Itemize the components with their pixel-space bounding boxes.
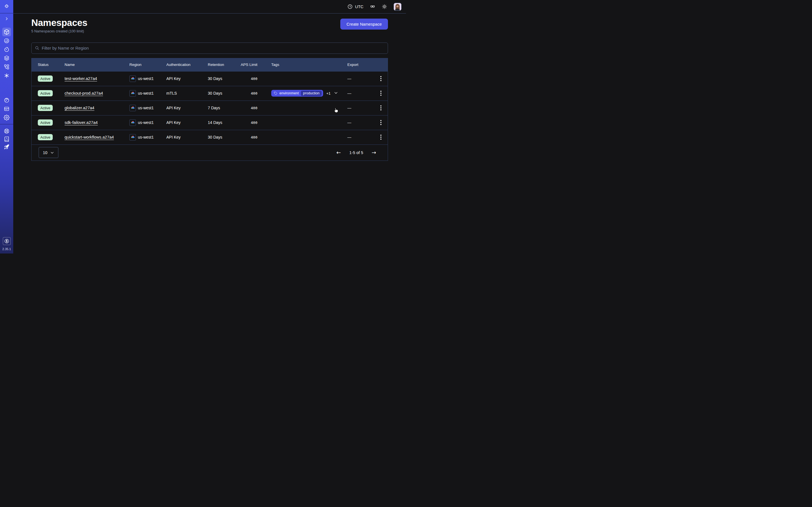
temporal-logo-icon [2, 3, 11, 11]
aps-limit-cell: 400 [240, 121, 257, 125]
nav-settings[interactable] [2, 113, 11, 122]
region-cell: us-west1 [130, 105, 166, 111]
region-cell: us-west1 [130, 90, 166, 97]
name-cell: globalizer.a27a4 [64, 106, 130, 110]
next-page-button[interactable]: → [370, 149, 377, 156]
sun-icon [382, 4, 387, 9]
tag-key: environment [280, 91, 299, 95]
name-cell: test-worker.a27a4 [64, 76, 130, 81]
name-cell: checkout-prod.a27a4 [64, 91, 130, 96]
namespace-link[interactable]: checkout-prod.a27a4 [64, 91, 103, 96]
workflow-branch-icon [4, 64, 10, 70]
previous-page-button[interactable]: ← [335, 149, 342, 156]
create-namespace-button[interactable]: Create Namespace [340, 18, 388, 30]
gcp-cloud-icon [130, 75, 136, 82]
retention-cell: 30 Days [208, 135, 240, 139]
glasses-icon [370, 4, 375, 9]
theme-toggle[interactable] [382, 4, 387, 9]
nav-nexus[interactable] [2, 71, 11, 80]
row-actions-menu-button[interactable] [378, 133, 383, 142]
namespace-link[interactable]: globalizer.a27a4 [64, 106, 94, 110]
main-content: Namespaces 5 Namespaces created (100 lim… [31, 17, 388, 161]
auth-cell: API Key [166, 76, 208, 81]
timer-icon [4, 47, 10, 52]
tag-icon [274, 92, 277, 95]
table-footer: 10 ← 1-5 of 5 → [32, 145, 388, 161]
nav-namespaces[interactable] [2, 27, 11, 36]
accessibility-button[interactable] [370, 4, 375, 9]
timezone-label: UTC [355, 4, 363, 9]
nav-getting-started[interactable] [3, 143, 11, 151]
column-header-region: Region [130, 62, 166, 67]
user-avatar[interactable] [394, 3, 402, 11]
search-icon [35, 46, 39, 50]
status-cell: Active [38, 90, 64, 96]
filter-bar[interactable] [31, 43, 388, 54]
filter-input[interactable] [42, 46, 384, 50]
auth-cell: API Key [166, 120, 208, 125]
row-actions-menu-button[interactable] [378, 74, 383, 83]
nav-support[interactable] [3, 127, 11, 135]
table-row: Active quickstart-workflows.a27a4 us-wes… [32, 130, 388, 145]
timezone-selector[interactable]: UTC [347, 4, 363, 9]
namespace-link[interactable]: quickstart-workflows.a27a4 [64, 135, 114, 139]
page-size-select[interactable]: 10 [39, 147, 58, 158]
region-label: us-west1 [138, 106, 154, 110]
tag-value: production [301, 91, 322, 96]
status-badge: Active [38, 75, 53, 82]
nav-docs[interactable] [3, 135, 11, 143]
gcp-cloud-icon [130, 119, 136, 126]
column-header-aps-limit: APS Limit [240, 62, 257, 67]
namespace-link[interactable]: sdk-failover.a27a4 [64, 120, 98, 125]
aps-limit-cell: 400 [240, 106, 257, 110]
table-row: Active sdk-failover.a27a4 us-west1 API K… [32, 115, 388, 130]
retention-cell: 7 Days [208, 106, 240, 110]
export-cell: — [347, 106, 364, 110]
page-title: Namespaces [31, 17, 87, 28]
nav-billing[interactable] [2, 105, 11, 113]
nav-workflow[interactable] [2, 62, 11, 71]
auth-cell: API Key [166, 106, 208, 110]
gcp-cloud-icon [130, 105, 136, 111]
status-badge: Active [38, 90, 53, 96]
asterisk-icon [4, 73, 10, 78]
status-badge: Active [38, 134, 53, 140]
aps-limit-cell: 400 [240, 135, 257, 139]
export-cell: — [347, 135, 364, 139]
page-size-value: 10 [43, 151, 47, 155]
row-actions-menu-button[interactable] [378, 104, 383, 112]
status-badge: Active [38, 105, 53, 111]
pagination-controls: ← 1-5 of 5 → [335, 149, 377, 156]
aps-limit-cell: 400 [240, 76, 257, 81]
table-header-row: Status Name Region Authentication Retent… [32, 58, 388, 71]
tag-pill[interactable]: environment production [271, 90, 323, 97]
pagination-range-label: 1-5 of 5 [349, 151, 363, 155]
row-actions-menu-button[interactable] [378, 118, 383, 127]
region-cell: us-west1 [130, 75, 166, 82]
region-label: us-west1 [138, 135, 154, 139]
nav-usage[interactable] [2, 96, 11, 105]
plan-badge-button[interactable] [3, 237, 11, 245]
iris-icon [4, 38, 10, 44]
status-cell: Active [38, 75, 64, 82]
export-cell: — [347, 76, 364, 81]
namespace-link[interactable]: test-worker.a27a4 [64, 76, 97, 81]
region-cell: us-west1 [130, 134, 166, 140]
region-label: us-west1 [138, 120, 154, 125]
sidebar-footer: 2.35.1 [0, 237, 13, 251]
name-cell: quickstart-workflows.a27a4 [64, 135, 130, 139]
expand-tags-button[interactable] [334, 91, 338, 96]
row-actions-menu-button[interactable] [378, 89, 383, 98]
nav-timer[interactable] [2, 45, 11, 54]
tags-cell: environment production +1 [257, 90, 347, 97]
gcp-cloud-icon [130, 134, 136, 140]
topbar: UTC [13, 0, 406, 13]
badge-dollar-icon [4, 238, 10, 244]
page-subtitle: 5 Namespaces created (100 limit) [31, 29, 87, 33]
nav-iris[interactable] [2, 36, 11, 45]
sidebar-expand-button[interactable] [2, 14, 11, 23]
nav-layers[interactable] [2, 54, 11, 62]
table-row: Active test-worker.a27a4 us-west1 API Ke… [32, 71, 388, 86]
rocket-icon [4, 144, 10, 150]
status-cell: Active [38, 105, 64, 111]
